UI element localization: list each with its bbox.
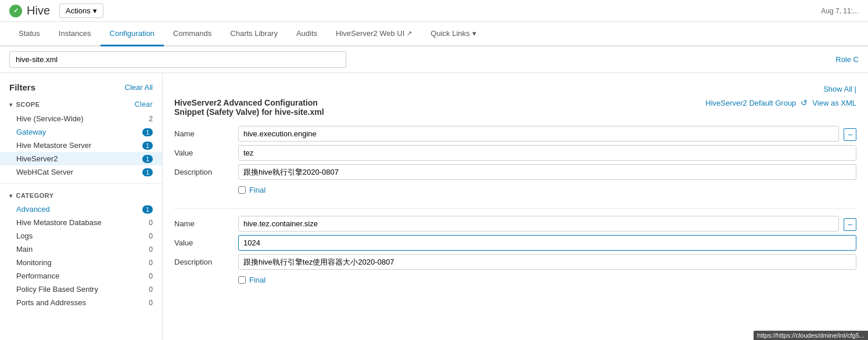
config-value-row-1: Value bbox=[174, 145, 856, 161]
config-section-title-area: HiveServer2 Advanced Configuration Snipp… bbox=[174, 98, 349, 117]
search-bar: Role C bbox=[0, 46, 868, 73]
category-item-label: Performance bbox=[16, 272, 59, 280]
final-checkbox-2[interactable] bbox=[238, 276, 246, 284]
category-item-hive-metastore-db[interactable]: Hive Metastore Database 0 bbox=[0, 216, 162, 229]
category-item-count: 1 bbox=[142, 205, 153, 214]
category-item-policy-file-based-sentry[interactable]: Policy File Based Sentry 0 bbox=[0, 283, 162, 296]
description-input-1[interactable] bbox=[238, 164, 856, 180]
clear-all-button[interactable]: Clear All bbox=[125, 83, 153, 92]
category-item-count: 0 bbox=[149, 272, 153, 280]
show-all-area: Show All | bbox=[174, 82, 856, 98]
scope-item-hiveserver2[interactable]: HiveServer2 1 bbox=[0, 152, 162, 165]
tab-configuration[interactable]: Configuration bbox=[101, 22, 164, 46]
final-label-2: Final bbox=[249, 276, 266, 284]
main-content: Filters Clear All ▾ SCOPE Clear Hive (Se… bbox=[0, 73, 868, 340]
scope-clear-link[interactable]: Clear bbox=[135, 100, 153, 108]
tab-audits[interactable]: Audits bbox=[287, 22, 327, 46]
config-panel: Show All | HiveServer2 Advanced Configur… bbox=[163, 73, 868, 340]
role-config-link[interactable]: Role C bbox=[835, 55, 859, 64]
description-label-2: Description bbox=[174, 254, 238, 266]
value-value-area-2 bbox=[238, 235, 856, 251]
name-label-1: Name bbox=[174, 126, 238, 138]
nav-tabs: Status Instances Configuration Commands … bbox=[0, 22, 868, 46]
tab-quick-links[interactable]: Quick Links ▾ bbox=[421, 22, 485, 46]
group-label: HiveServer2 Default Group bbox=[705, 99, 796, 107]
scope-item-webhcat[interactable]: WebHCat Server 1 bbox=[0, 165, 162, 179]
final-row-2: Final bbox=[174, 273, 856, 287]
section-divider bbox=[0, 183, 162, 184]
value-label-2: Value bbox=[174, 235, 238, 247]
hiveserver2-web-ui-label: HiveServer2 Web UI bbox=[336, 29, 404, 38]
category-label: CATEGORY bbox=[16, 192, 54, 199]
config-value-row-2: Value bbox=[174, 235, 856, 251]
value-value-area-1 bbox=[238, 145, 856, 161]
config-name-row-1: Name − bbox=[174, 126, 856, 142]
tab-charts-library[interactable]: Charts Library bbox=[221, 22, 287, 46]
actions-button[interactable]: Actions ▾ bbox=[59, 3, 103, 18]
view-xml-link[interactable]: View as XML bbox=[812, 99, 856, 107]
category-item-count: 0 bbox=[149, 245, 153, 254]
category-item-ports-addresses[interactable]: Ports and Addresses 0 bbox=[0, 296, 162, 309]
category-item-count: 0 bbox=[149, 285, 153, 294]
description-value-area-1 bbox=[238, 164, 856, 180]
breadcrumb-area: ✓ Hive Actions ▾ bbox=[9, 3, 103, 18]
final-row-1: Final bbox=[174, 183, 856, 197]
config-description-row-2: Description bbox=[174, 254, 856, 270]
reset-icon[interactable]: ↺ bbox=[801, 98, 808, 107]
category-item-count: 0 bbox=[149, 219, 153, 227]
category-item-count: 0 bbox=[149, 232, 153, 240]
category-item-monitoring[interactable]: Monitoring 0 bbox=[0, 256, 162, 269]
timestamp: Aug 7, 11:... bbox=[821, 7, 859, 15]
remove-entry-2-button[interactable]: − bbox=[844, 218, 856, 231]
entry-divider bbox=[174, 208, 856, 209]
scope-item-label: Hive (Service-Wide) bbox=[16, 114, 84, 123]
show-all-link[interactable]: Show All | bbox=[823, 85, 856, 93]
external-link-icon: ↗ bbox=[407, 30, 412, 37]
config-header-right: HiveServer2 Default Group ↺ View as XML bbox=[705, 98, 856, 107]
category-item-advanced[interactable]: Advanced 1 bbox=[0, 202, 162, 216]
category-item-label: Logs bbox=[16, 232, 33, 240]
name-input-1[interactable] bbox=[238, 126, 839, 142]
config-group-area: HiveServer2 Default Group ↺ bbox=[705, 98, 808, 107]
description-input-2[interactable] bbox=[238, 254, 856, 270]
category-item-logs[interactable]: Logs 0 bbox=[0, 229, 162, 243]
value-input-2[interactable] bbox=[238, 235, 856, 251]
config-section-title: HiveServer2 Advanced Configuration Snipp… bbox=[174, 98, 349, 117]
category-chevron-icon: ▾ bbox=[9, 193, 13, 199]
category-item-main[interactable]: Main 0 bbox=[0, 243, 162, 256]
scope-item-label: Gateway bbox=[16, 128, 46, 136]
tab-instances[interactable]: Instances bbox=[49, 22, 101, 46]
search-input[interactable] bbox=[9, 51, 346, 68]
category-item-performance[interactable]: Performance 0 bbox=[0, 269, 162, 283]
category-item-count: 0 bbox=[149, 259, 153, 267]
config-name-row-2: Name − bbox=[174, 216, 856, 232]
scope-item-hive-metastore[interactable]: Hive Metastore Server 1 bbox=[0, 139, 162, 152]
scope-item-count: 1 bbox=[142, 155, 153, 163]
scope-item-count: 1 bbox=[142, 128, 153, 136]
category-item-label: Main bbox=[16, 245, 33, 254]
actions-label: Actions bbox=[66, 6, 91, 15]
sidebar-filters: Filters Clear All ▾ SCOPE Clear Hive (Se… bbox=[0, 73, 163, 340]
scope-item-count: 1 bbox=[142, 142, 153, 150]
value-label-1: Value bbox=[174, 145, 238, 157]
name-value-area-2: − bbox=[238, 216, 856, 232]
config-description-row-1: Description bbox=[174, 164, 856, 180]
scope-label: SCOPE bbox=[16, 101, 40, 108]
scope-section-header: ▾ SCOPE Clear bbox=[0, 97, 162, 112]
tab-commands[interactable]: Commands bbox=[164, 22, 221, 46]
category-item-label: Monitoring bbox=[16, 258, 52, 267]
scope-item-label: Hive Metastore Server bbox=[16, 141, 91, 150]
final-checkbox-1[interactable] bbox=[238, 186, 246, 194]
tab-status[interactable]: Status bbox=[9, 22, 49, 46]
scope-item-gateway[interactable]: Gateway 1 bbox=[0, 125, 162, 139]
category-section-header: ▾ CATEGORY bbox=[0, 189, 162, 202]
value-input-1[interactable] bbox=[238, 145, 856, 161]
scope-chevron-icon: ▾ bbox=[9, 102, 13, 108]
service-status-icon: ✓ bbox=[9, 5, 22, 17]
config-entry-2: Name − Value Description Fin bbox=[174, 216, 856, 287]
remove-entry-1-button[interactable]: − bbox=[844, 128, 856, 141]
scope-item-label: WebHCat Server bbox=[16, 168, 73, 176]
scope-item-hive-service-wide[interactable]: Hive (Service-Wide) 2 bbox=[0, 112, 162, 125]
tab-hiveserver2-web-ui[interactable]: HiveServer2 Web UI ↗ bbox=[327, 22, 421, 46]
name-input-2[interactable] bbox=[238, 216, 839, 232]
